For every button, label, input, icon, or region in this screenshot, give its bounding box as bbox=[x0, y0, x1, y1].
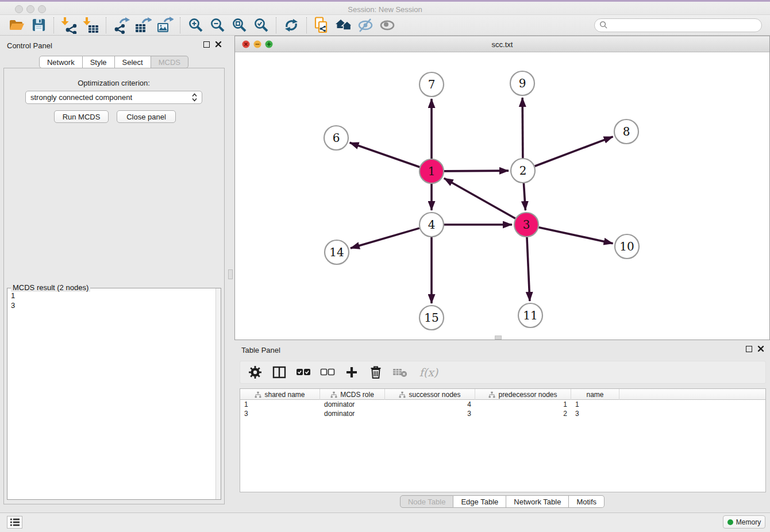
select-all-columns-button[interactable] bbox=[294, 363, 313, 381]
table-split-view-button[interactable] bbox=[270, 363, 288, 381]
graph-node-label: 1 bbox=[428, 164, 436, 178]
mcds-result-scrollbar[interactable] bbox=[215, 288, 221, 499]
import-network-icon bbox=[60, 17, 78, 34]
tab-edge-table[interactable]: Edge Table bbox=[453, 495, 506, 508]
column-header[interactable]: shared name bbox=[240, 389, 320, 400]
graph-edge-2-8[interactable] bbox=[535, 137, 613, 166]
zoom-out-icon bbox=[210, 17, 225, 33]
export-image-button[interactable] bbox=[155, 17, 175, 34]
sort-tree-icon bbox=[488, 391, 495, 398]
network-window-titlebar[interactable]: scc.txt bbox=[235, 36, 769, 52]
table-settings-button[interactable] bbox=[246, 363, 264, 381]
zoom-selected-button[interactable] bbox=[251, 17, 271, 34]
save-session-button[interactable] bbox=[29, 17, 48, 34]
column-header[interactable]: predecessor nodes bbox=[475, 389, 571, 400]
column-header[interactable]: successor nodes bbox=[385, 389, 475, 400]
import-table-button[interactable] bbox=[81, 17, 101, 34]
graph-edge-2-3[interactable] bbox=[523, 183, 525, 210]
search-input[interactable] bbox=[594, 18, 762, 32]
table-cell: 3 bbox=[385, 410, 475, 418]
zoom-in-button[interactable] bbox=[186, 17, 205, 34]
toolbar-separator bbox=[53, 17, 54, 33]
column-header[interactable]: MCDS role bbox=[320, 389, 385, 400]
zoom-out-button[interactable] bbox=[207, 17, 227, 34]
graph-edge-3-10[interactable] bbox=[538, 228, 613, 244]
graph-edge-4-14[interactable] bbox=[351, 228, 419, 248]
close-panel-button[interactable]: Close panel bbox=[117, 110, 176, 123]
delete-columns-button[interactable] bbox=[367, 363, 385, 381]
save-icon bbox=[32, 18, 46, 32]
export-network-button[interactable] bbox=[111, 17, 131, 34]
tab-network[interactable]: Network bbox=[39, 56, 83, 68]
refresh-button[interactable] bbox=[282, 17, 301, 34]
sort-tree-icon bbox=[399, 391, 406, 398]
tab-motifs[interactable]: Motifs bbox=[569, 495, 605, 508]
graph-edge-2-9[interactable] bbox=[522, 98, 523, 158]
unselect-all-columns-button[interactable] bbox=[318, 363, 337, 381]
table-row[interactable]: 3dominator323 bbox=[240, 409, 765, 418]
graph-edge-1-2[interactable] bbox=[444, 171, 509, 171]
tab-style[interactable]: Style bbox=[83, 56, 115, 68]
zoom-in-icon bbox=[188, 17, 203, 33]
eye-slash-icon bbox=[357, 17, 374, 33]
import-network-button[interactable] bbox=[59, 17, 79, 34]
refresh-icon bbox=[283, 17, 299, 33]
control-panel-float-button[interactable] bbox=[203, 41, 210, 48]
graph-edge-3-11[interactable] bbox=[527, 237, 530, 301]
tab-node-table[interactable]: Node Table bbox=[400, 495, 454, 508]
network-canvas[interactable]: 7968124314101511 bbox=[235, 52, 769, 340]
toolbar-separator bbox=[276, 17, 276, 33]
export-network-icon bbox=[113, 17, 130, 34]
table-panel-float-button[interactable] bbox=[746, 346, 752, 352]
select-stepper-icon bbox=[192, 93, 197, 102]
show-panels-button[interactable] bbox=[378, 17, 397, 34]
memory-button[interactable]: Memory bbox=[723, 515, 765, 529]
import-table-icon bbox=[82, 17, 99, 34]
split-columns-icon bbox=[272, 366, 286, 379]
sort-tree-icon bbox=[255, 391, 261, 398]
toolbar-separator bbox=[180, 17, 180, 33]
table-panel: Table Panel bbox=[234, 340, 770, 512]
canvas-resize-handle[interactable] bbox=[495, 336, 502, 340]
network-graph[interactable]: 7968124314101511 bbox=[235, 52, 769, 340]
zoom-fit-button[interactable] bbox=[229, 17, 249, 34]
table-panel-close-button[interactable] bbox=[757, 345, 764, 352]
table-cell: dominator bbox=[320, 400, 385, 408]
function-builder-button[interactable]: f(x) bbox=[415, 363, 442, 381]
clone-network-icon bbox=[313, 17, 330, 34]
tab-network-table[interactable]: Network Table bbox=[506, 495, 569, 508]
clone-network-button[interactable] bbox=[312, 17, 332, 34]
tab-select[interactable]: Select bbox=[115, 56, 151, 68]
node-table-header: shared nameMCDS rolesuccessor nodesprede… bbox=[240, 389, 765, 400]
graph-node-label: 2 bbox=[519, 164, 527, 178]
delete-table-button[interactable] bbox=[391, 363, 409, 381]
mcds-result-box: MCDS result (2 nodes) 13 bbox=[7, 288, 221, 500]
mcds-result-text[interactable]: 13 bbox=[11, 291, 15, 310]
run-mcds-button[interactable]: Run MCDS bbox=[54, 110, 109, 123]
hide-panels-button[interactable] bbox=[356, 17, 375, 34]
status-bar bbox=[0, 512, 770, 532]
table-cell: 3 bbox=[240, 410, 320, 418]
graph-edge-3-1[interactable] bbox=[444, 178, 515, 218]
graph-edge-1-6[interactable] bbox=[350, 142, 420, 167]
graph-node-label: 15 bbox=[424, 311, 438, 325]
window-titlebar: Session: New Session bbox=[0, 0, 770, 15]
zoom-selected-icon bbox=[253, 17, 269, 33]
control-panel-close-button[interactable] bbox=[215, 41, 222, 48]
tab-mcds[interactable]: MCDS bbox=[151, 56, 188, 68]
home-button[interactable] bbox=[334, 17, 353, 34]
table-row[interactable]: 1dominator411 bbox=[240, 400, 765, 409]
toolbar-separator bbox=[106, 17, 106, 33]
panel-splitter-handle[interactable] bbox=[228, 269, 233, 279]
export-table-button[interactable] bbox=[133, 17, 153, 34]
eye-icon bbox=[379, 17, 396, 33]
optimization-criterion-select[interactable]: strongly connected component bbox=[25, 91, 202, 104]
add-column-button[interactable] bbox=[342, 363, 361, 381]
table-cell: 1 bbox=[240, 400, 320, 408]
open-session-button[interactable] bbox=[7, 17, 26, 34]
home-icon bbox=[334, 18, 353, 33]
column-header[interactable]: name bbox=[571, 389, 619, 400]
task-history-button[interactable] bbox=[7, 516, 22, 529]
control-panel-header: Control Panel bbox=[0, 36, 228, 55]
export-image-icon bbox=[156, 17, 174, 34]
